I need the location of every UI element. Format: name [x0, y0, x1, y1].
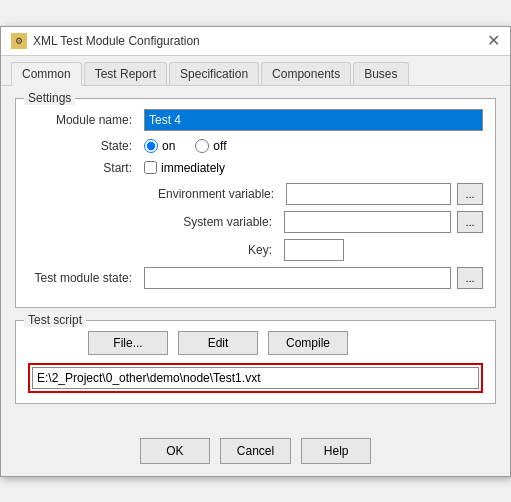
sys-var-row: System variable: ... [28, 211, 483, 233]
help-button[interactable]: Help [301, 438, 371, 464]
test-module-state-input[interactable] [144, 267, 451, 289]
module-name-input[interactable] [144, 109, 483, 131]
env-var-label: Environment variable: [158, 187, 280, 201]
state-on-option[interactable]: on [144, 139, 175, 153]
script-buttons-row: File... Edit Compile [28, 331, 483, 355]
settings-group: Settings Module name: State: on off [15, 98, 496, 308]
edit-button[interactable]: Edit [178, 331, 258, 355]
start-row: Start: immediately [28, 161, 483, 175]
test-module-state-label: Test module state: [28, 271, 138, 285]
env-var-input[interactable] [286, 183, 451, 205]
env-var-browse-button[interactable]: ... [457, 183, 483, 205]
file-button[interactable]: File... [88, 331, 168, 355]
script-path-box [28, 363, 483, 393]
tab-bar: Common Test Report Specification Compone… [1, 56, 510, 86]
dialog-icon: ⚙ [11, 33, 27, 49]
close-button[interactable]: ✕ [487, 33, 500, 49]
dialog-title: XML Test Module Configuration [33, 34, 200, 48]
state-off-radio[interactable] [195, 139, 209, 153]
start-immediately-checkbox[interactable] [144, 161, 157, 174]
key-input[interactable] [284, 239, 344, 261]
sys-var-input[interactable] [284, 211, 451, 233]
state-label: State: [28, 139, 138, 153]
state-off-label: off [213, 139, 226, 153]
ok-button[interactable]: OK [140, 438, 210, 464]
tab-test-report[interactable]: Test Report [84, 62, 167, 85]
title-bar-left: ⚙ XML Test Module Configuration [11, 33, 200, 49]
key-label: Key: [158, 243, 278, 257]
start-immediately-label: immediately [161, 161, 225, 175]
tab-components[interactable]: Components [261, 62, 351, 85]
sys-var-label: System variable: [158, 215, 278, 229]
state-on-radio[interactable] [144, 139, 158, 153]
tab-common[interactable]: Common [11, 62, 82, 86]
state-row: State: on off [28, 139, 483, 153]
title-bar: ⚙ XML Test Module Configuration ✕ [1, 27, 510, 56]
state-on-label: on [162, 139, 175, 153]
script-path-input[interactable] [32, 367, 479, 389]
cancel-button[interactable]: Cancel [220, 438, 291, 464]
settings-group-label: Settings [24, 91, 75, 105]
state-radio-group: on off [144, 139, 226, 153]
sys-var-browse-button[interactable]: ... [457, 211, 483, 233]
module-name-label: Module name: [28, 113, 138, 127]
test-script-group: Test script File... Edit Compile [15, 320, 496, 404]
module-name-row: Module name: [28, 109, 483, 131]
dialog-footer: OK Cancel Help [1, 428, 510, 476]
tab-buses[interactable]: Buses [353, 62, 408, 85]
test-module-state-controls: ... [144, 267, 483, 289]
compile-button[interactable]: Compile [268, 331, 348, 355]
test-module-state-browse-button[interactable]: ... [457, 267, 483, 289]
dialog-body: Settings Module name: State: on off [1, 86, 510, 428]
test-module-state-row: Test module state: ... [28, 267, 483, 289]
env-var-row: Environment variable: ... [28, 183, 483, 205]
test-script-group-label: Test script [24, 313, 86, 327]
main-dialog: ⚙ XML Test Module Configuration ✕ Common… [0, 26, 511, 477]
state-off-option[interactable]: off [195, 139, 226, 153]
key-row: Key: [28, 239, 483, 261]
tab-specification[interactable]: Specification [169, 62, 259, 85]
start-immediately-option[interactable]: immediately [144, 161, 225, 175]
start-label: Start: [28, 161, 138, 175]
